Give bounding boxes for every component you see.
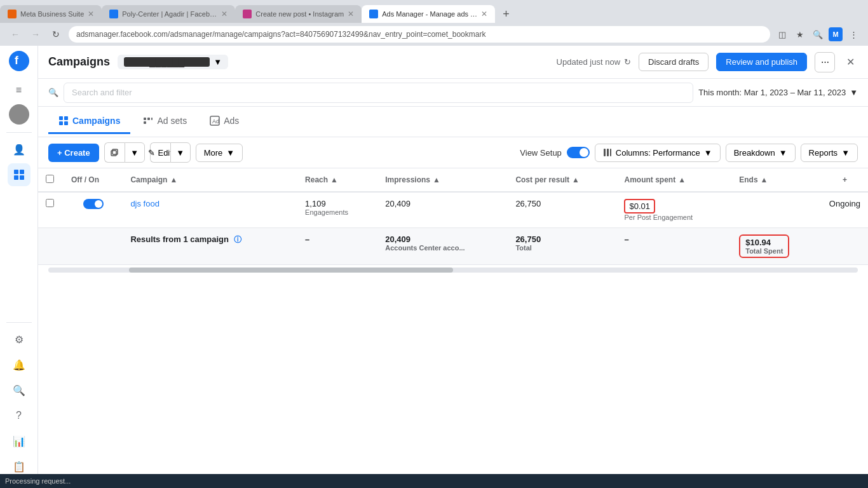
search-input[interactable]: Search and filter [64,83,693,103]
refresh-icon[interactable]: ↻ [624,57,631,67]
forward-button[interactable]: → [28,27,43,42]
duplicate-dropdown[interactable]: ▼ [125,142,145,163]
tab-title-1: Meta Business Suite [20,10,84,18]
chevron-down-icon: ▼ [850,88,858,97]
data-table: Off / On Campaign ▲ Reach [38,168,868,265]
row-checkbox [38,192,64,228]
breakdown-button[interactable]: Breakdown ▼ [726,144,796,162]
tab-close-4[interactable]: ✕ [481,10,487,18]
summary-toggle [64,228,123,265]
account-selector[interactable]: ██████ ▼ [118,55,228,69]
cost-value: $0.01 [624,199,655,214]
tab-close-3[interactable]: ✕ [348,10,354,18]
campaign-toggle[interactable] [83,199,104,209]
meta-logo: f [9,51,29,71]
header-more-button[interactable]: ⋯ [815,52,835,72]
campaign-link[interactable]: djs food [130,199,159,208]
tab-favicon-4 [369,10,378,18]
settings-icon[interactable]: ⋮ [846,27,860,41]
create-button[interactable]: + Create [48,144,99,162]
tab-navigation: Campaigns Ad sets Ad Ads [38,107,868,137]
tab-campaigns[interactable]: Campaigns [48,109,130,134]
address-input[interactable]: adsmanager.facebook.com/adsmanager/manag… [69,26,770,43]
result-cell: 1,109 Engagements [297,192,377,228]
tab-ads[interactable]: Ad Ads [200,109,249,134]
scrollbar-thumb[interactable] [129,268,453,273]
browser-tab-1[interactable]: Meta Business Suite ✕ [0,5,102,23]
view-setup: View Setup [520,147,590,158]
duplicate-button[interactable] [104,142,125,163]
col-campaign: Campaign ▲ [123,168,297,192]
browser-tab-4[interactable]: Ads Manager - Manage ads - Ca... ✕ [362,5,495,23]
review-publish-button[interactable]: Review and publish [716,53,807,71]
tab-adsets[interactable]: Ad sets [133,109,197,134]
tab-favicon-2 [109,10,118,18]
close-button[interactable]: ✕ [843,55,858,70]
sidebar-icon-bell[interactable]: 🔔 [8,353,31,376]
horizontal-scrollbar[interactable] [48,268,858,273]
columns-button[interactable]: Columns: Performance ▼ [595,144,721,162]
svg-rect-16 [111,151,116,156]
info-icon[interactable]: ⓘ [234,235,241,244]
bookmark-icon[interactable]: ★ [793,27,807,41]
date-range-picker[interactable]: This month: Mar 1, 2023 – Mar 11, 2023 ▼ [698,88,858,97]
sidebar-icon-help[interactable]: ? [8,404,31,427]
tab-close-1[interactable]: ✕ [88,10,94,18]
sidebar-icon-settings[interactable]: ⚙ [8,328,31,351]
browser-tab-3[interactable]: Create new post • Instagram ✕ [235,5,362,23]
zoom-icon[interactable]: 🔍 [811,27,825,41]
sort-icon[interactable]: ▲ [330,175,338,184]
sidebar-icon-home[interactable]: ≡ [8,79,31,102]
row-select-checkbox[interactable] [46,199,54,207]
chevron-down-icon: ▼ [779,148,787,158]
top-header: Campaigns ██████ ▼ Updated just now ↻ Di… [38,46,868,79]
status-bar: Processing request... [0,474,868,488]
duplicate-icon [110,148,119,157]
table-body: djs food 1,109 Engagements 20,409 26,750 [38,192,868,265]
avatar[interactable] [9,104,29,125]
sidebar-icon-analytics[interactable]: 📊 [8,430,31,452]
toolbar: + Create ▼ ✎ Edit ▼ More ▼ [38,137,868,168]
browser-tab-2[interactable]: Poly-Center | Agadir | Facebook ✕ [102,5,235,23]
sidebar-divider-2 [6,322,32,323]
more-button[interactable]: More ▼ [196,144,243,162]
sort-icon[interactable]: ▲ [170,175,177,184]
reports-button[interactable]: Reports ▼ [801,144,858,162]
adsets-tab-icon [143,116,153,126]
sort-icon[interactable]: ▲ [761,175,768,184]
sort-icon[interactable]: ▲ [433,175,440,184]
address-bar: ← → ↻ adsmanager.facebook.com/adsmanager… [0,23,868,46]
chevron-down-icon: ▼ [841,148,850,158]
edit-button[interactable]: ✎ Edit [150,142,170,163]
duplicate-group: ▼ [104,142,145,163]
col-add[interactable]: + [822,168,868,192]
new-tab-button[interactable]: + [495,5,517,23]
extensions-icon[interactable]: ◫ [775,27,789,41]
back-button[interactable]: ← [8,27,23,42]
summary-cost: – [616,228,731,265]
sort-icon[interactable]: ▲ [678,175,686,184]
svg-point-0 [9,51,29,71]
profile-icon[interactable]: M [829,27,843,41]
impressions-cell: 26,750 [508,192,616,228]
col-cost: Cost per result ▲ [508,168,616,192]
svg-rect-2 [14,170,18,174]
left-sidebar: f ≡ 👤 ⚙ 🔔 🔍 ? 📊 📋 [0,46,38,488]
tab-title-4: Ads Manager - Manage ads - Ca... [382,10,477,18]
tab-close-2[interactable]: ✕ [221,10,227,18]
status-text: Processing request... [5,477,71,485]
tab-favicon-1 [8,10,17,18]
tab-favicon-3 [243,10,252,18]
sidebar-icon-search[interactable]: 🔍 [8,379,31,402]
svg-rect-4 [14,175,18,180]
ends-cell: Ongoing [822,192,868,228]
edit-dropdown[interactable]: ▼ [170,142,191,163]
sidebar-icon-ads[interactable] [8,163,31,186]
select-all-checkbox[interactable] [46,175,54,183]
view-setup-toggle[interactable] [567,147,590,158]
refresh-button[interactable]: ↻ [48,27,64,42]
discard-drafts-button[interactable]: Discard drafts [639,53,709,71]
summary-check [38,228,64,265]
sort-icon[interactable]: ▲ [572,175,580,184]
sidebar-icon-people[interactable]: 👤 [8,138,31,161]
